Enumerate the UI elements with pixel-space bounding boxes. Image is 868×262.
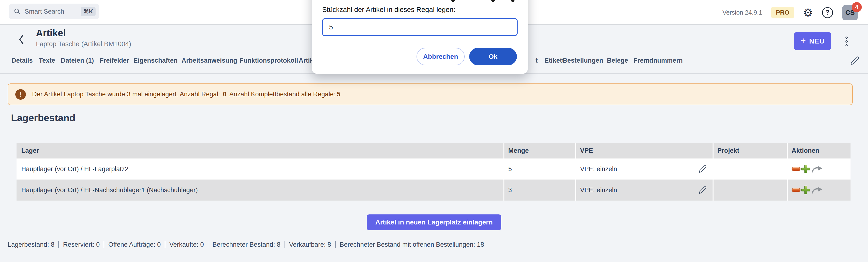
tab-belege[interactable]: Belege [607,57,628,64]
row2-vpe-cell: VPE: einzeln [576,180,713,200]
status-verkaufte: Verkaufte: 0 [169,241,204,248]
status-divider [104,241,104,248]
edit-pencil-icon[interactable] [698,186,707,194]
row1-aktionen-cell [788,158,850,180]
clipped-title-descender [451,0,455,2]
tab-partial-t[interactable]: t [535,57,538,64]
add-stock-plus-icon[interactable] [801,185,810,195]
kebab-menu-icon[interactable] [843,34,850,49]
smart-search[interactable]: ⌘K [9,4,99,20]
status-divider [335,241,336,248]
store-in-new-location-button[interactable]: Artikel in neuen Lagerplatz einlagern [367,215,501,230]
page-subtitle: Laptop Tasche (Artikel BM1004) [36,40,131,48]
remove-stock-minus-icon[interactable] [792,167,800,171]
row1-lager-cell: Hauptlager (vor Ort) / HL-Lagerplatz2 [17,158,503,180]
notification-badge: 4 [852,2,862,12]
edit-pencil-icon[interactable] [698,165,707,173]
tab-texte[interactable]: Texte [39,57,55,64]
column-header-vpe: VPE [576,143,713,158]
status-divider [165,241,165,248]
page-title: Artikel [36,28,66,38]
status-divider [284,241,285,248]
row2-vpe-value: VPE: einzeln [580,186,617,194]
search-shortcut-badge: ⌘K [81,7,96,16]
clipped-title-descender [491,0,495,2]
tab-details[interactable]: Details [11,57,33,64]
ok-button[interactable]: Ok [469,48,517,65]
dialog-buttons: Abbrechen Ok [312,48,528,65]
add-stock-plus-icon[interactable] [801,164,810,174]
tab-dateien[interactable]: Dateien (1) [61,57,94,64]
version-label: Version 24.9.1 [722,9,762,16]
search-icon [14,8,21,15]
remove-stock-minus-icon[interactable] [792,188,800,192]
status-verkaufbare: Verkaufbare: 8 [289,241,331,248]
new-button[interactable]: + NEU [794,32,831,50]
tab-eigenschaften[interactable]: Eigenschaften [133,57,178,64]
warning-exclamation-icon: ! [15,89,26,100]
settings-gear-icon[interactable]: ⚙ [803,7,813,18]
row1-menge-cell: 5 [504,158,575,180]
tab-arbeitsanweisung[interactable]: Arbeitsanweisung [182,57,237,64]
new-button-label: NEU [809,37,825,45]
warning-value-komplett: 5 [337,90,340,98]
warning-text-before: Der Artikel Laptop Tasche wurde 3 mal ei… [32,90,220,98]
back-chevron-icon[interactable] [18,34,25,46]
tab-funktionsprotokoll[interactable]: Funktionsprotokoll [240,57,298,64]
status-offene-auftraege: Offene Aufträge: 0 [108,241,161,248]
move-stock-curved-arrow-icon[interactable] [811,186,823,194]
column-header-aktionen: Aktionen [788,143,850,158]
warning-value-regal: 0 [223,90,226,98]
column-header-projekt: Projekt [714,143,787,158]
tab-freifelder[interactable]: Freifelder [100,57,129,64]
quantity-input[interactable] [322,18,518,36]
pro-badge: PRO [771,7,794,18]
row1-vpe-value: VPE: einzeln [580,165,617,173]
dialog-label: Stückzahl der Artikel in dieses Regal le… [322,6,455,14]
row1-projekt-cell [714,158,787,180]
status-lagerbestand: Lagerbestand: 8 [8,241,54,248]
topbar-right-cluster: Version 24.9.1 PRO ⚙ ? CS 4 [722,0,858,25]
tab-fremdnummern[interactable]: Fremdnummern [633,57,683,64]
row2-menge-cell: 3 [504,180,575,200]
status-berechneter-bestand: Berechneter Bestand: 8 [212,241,280,248]
warning-text-middle: Anzahl Komplettbestand alle Regale: [229,90,336,98]
row2-projekt-cell [714,180,787,200]
stock-quantity-dialog: Stückzahl der Artikel in dieses Regal le… [312,0,528,74]
row2-lager-cell: Hauptlager (vor Ort) / HL-Nachschublager… [17,180,503,200]
stock-table: Lager Menge VPE Projekt Aktionen Hauptla… [17,143,850,200]
warning-banner: ! Der Artikel Laptop Tasche wurde 3 mal … [8,83,853,105]
column-header-menge: Menge [504,143,575,158]
status-berechneter-bestand-offene-bestellungen: Berechneter Bestand mit offenen Bestellu… [340,241,484,248]
tab-etikett[interactable]: Etikett [545,57,564,64]
column-header-lager: Lager [17,143,503,158]
row2-aktionen-cell [788,180,850,200]
status-divider [58,241,59,248]
status-divider [208,241,208,248]
warning-text: Der Artikel Laptop Tasche wurde 3 mal ei… [32,90,342,98]
stock-status-summary: Lagerbestand: 8 Reserviert: 0 Offene Auf… [8,240,484,249]
avatar[interactable]: CS 4 [842,5,858,20]
move-stock-curved-arrow-icon[interactable] [811,165,823,173]
tab-bestellungen[interactable]: Bestellungen [563,57,603,64]
edit-pencil-icon[interactable] [850,56,859,67]
row1-vpe-cell: VPE: einzeln [576,158,713,180]
status-reserviert: Reserviert: 0 [63,241,100,248]
search-input[interactable] [25,8,70,15]
clipped-title-descender [511,0,515,2]
cancel-button[interactable]: Abbrechen [416,48,465,65]
help-icon[interactable]: ? [822,7,833,18]
section-title-lagerbestand: Lagerbestand [11,112,75,123]
